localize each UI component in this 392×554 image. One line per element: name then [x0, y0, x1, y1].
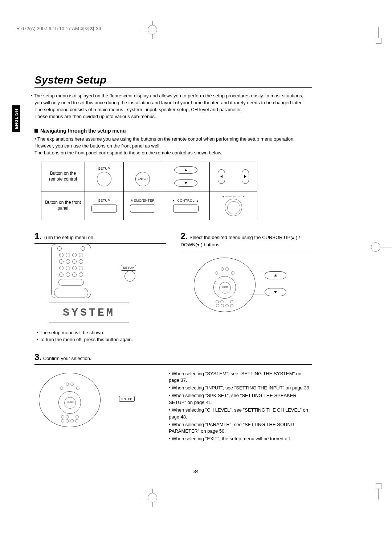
cursor-left-right-icon — [217, 166, 250, 187]
step-1-notes: The setup menu will be shown. To turn th… — [37, 329, 166, 343]
remote-body-icon — [51, 244, 91, 298]
remote-zoom-oval-2: ENTER — [39, 373, 101, 427]
cursor-ring-icon-2: ENTER — [58, 391, 81, 414]
cell-rc-enter: ENTER — [123, 162, 162, 191]
step-3-text: Confirm your selection. — [43, 356, 91, 361]
page: R-672(A) 2007.6.15 10:17 AM 페이지 34 ENGLI… — [0, 0, 392, 554]
setup-button-icon — [97, 172, 111, 186]
remote-illustration-3: ENTER ENTER — [37, 371, 135, 429]
step-3: 3. Confirm your selection. ENTER — [34, 352, 312, 443]
ref-5: When selecting "PARAMTR", see "SETTING T… — [169, 421, 312, 435]
nav-line-2: The buttons on the front panel correspon… — [34, 150, 222, 155]
enter-button-icon: ENTER — [135, 172, 150, 186]
multi-control-knob-icon — [225, 199, 242, 216]
multi-control-label: ◀ MULTI CONTROL ▶ — [213, 195, 254, 198]
cell-fp-memo: MEMO/ENTER — [123, 191, 162, 220]
button-correspondence-table: Button on the remote control SETUP ENTER — [41, 162, 257, 220]
enter-callout: ENTER — [119, 396, 135, 402]
crop-mark-top-right — [378, 27, 392, 41]
language-tab: ENGLISH — [12, 105, 20, 132]
s1-bullet-2: To turn the menu off, press this button … — [37, 336, 166, 343]
ref-4: When selecting "CH LEVEL", see "SETTING … — [169, 407, 312, 421]
table-row2-label: Button on the front panel — [41, 191, 85, 220]
cell-fp-knob: ◀ MULTI CONTROL ▶ — [209, 191, 257, 220]
intro-line-1: The setup menu is displayed on the fluor… — [34, 93, 303, 105]
remote-zoom-oval: ENTER — [194, 258, 256, 312]
cursor-up-down-icon — [170, 166, 202, 187]
cell-fp-control: ▾ CONTROL ▴ — [162, 191, 210, 220]
step-2: 2. Select the desired menu using the CUR… — [181, 231, 313, 343]
step-3-illustration-col: ENTER ENTER — [34, 371, 154, 443]
fp-control-button-icon — [173, 205, 199, 213]
cursor-updown-callout-icon — [263, 269, 288, 298]
intro-line-3: These menus are then divided up into var… — [34, 114, 156, 119]
crop-mark-bottom-right — [378, 486, 392, 500]
steps-1-2: 1. Turn the setup menu on. SETUP — [34, 231, 312, 343]
step-3-num: 3. — [34, 352, 42, 362]
intro-text: • The setup menu is displayed on the flu… — [34, 93, 312, 120]
cell-rc-setup: SETUP — [85, 162, 124, 191]
step-1-text: Turn the setup menu on. — [43, 235, 94, 240]
fp-setup-button-icon — [91, 205, 117, 213]
setup-callout-circle — [124, 271, 135, 282]
step-2-text: Select the desired menu using the CURSOR… — [181, 235, 300, 247]
ref-3: When selecting "SPK SET", see "SETTING T… — [169, 392, 312, 406]
cell-rc-leftright — [209, 162, 257, 191]
print-header: R-672(A) 2007.6.15 10:17 AM 페이지 34 — [16, 25, 392, 32]
content-area: System Setup • The setup menu is display… — [34, 74, 312, 443]
ref-2: When selecting "INPUT", see "SETTING THE… — [169, 385, 312, 392]
remote-illustration-2: ENTER — [192, 255, 290, 314]
nav-line-1: The explanations here assume you are usi… — [34, 136, 295, 149]
intro-line-2: The setup menu consists of 5 main menus … — [34, 107, 242, 112]
cell-fp-setup: SETUP — [85, 191, 124, 220]
table-row1-label: Button on the remote control — [41, 162, 85, 191]
nav-text: • The explanations here assume you are u… — [34, 136, 312, 157]
step-1: 1. Turn the setup menu on. SETUP — [34, 231, 166, 343]
remote-illustration-1: SETUP — [49, 249, 136, 296]
page-title: System Setup — [34, 74, 312, 88]
page-number: 34 — [193, 469, 199, 474]
display-text: SYSTEM — [49, 307, 129, 319]
step-1-num: 1. — [34, 231, 42, 241]
cell-rc-updown — [162, 162, 210, 191]
step-3-ref-col: When selecting "SYSTEM", see "SETTING TH… — [169, 371, 312, 443]
nav-heading: Navigating through the setup menu — [34, 128, 312, 134]
step-2-num: 2. — [181, 231, 188, 241]
ref-1: When selecting "SYSTEM", see "SETTING TH… — [169, 371, 312, 384]
setup-callout: SETUP — [121, 265, 136, 271]
cursor-ring-icon: ENTER — [213, 276, 236, 299]
reference-list: When selecting "SYSTEM", see "SETTING TH… — [169, 371, 312, 442]
s1-bullet-1: The setup menu will be shown. — [37, 329, 166, 336]
display-readout: SYSTEM — [49, 303, 129, 323]
ref-6: When selecting "EXIT", the setup menu wi… — [169, 436, 312, 442]
fp-memo-enter-button-icon — [130, 205, 155, 213]
